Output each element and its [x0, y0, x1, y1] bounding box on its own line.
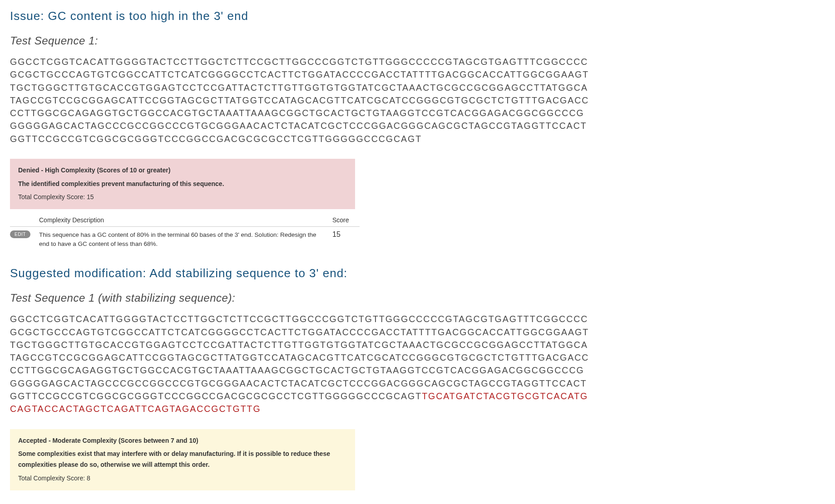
accepted-score-line: Total Complexity Score: 8 — [18, 473, 347, 484]
col-desc-header: Complexity Description — [39, 216, 332, 224]
denied-title: Denied - High Complexity (Scores of 10 o… — [18, 165, 347, 176]
accepted-status-box: Accepted - Moderate Complexity (Scores b… — [10, 429, 355, 490]
sequence-block-1: GGCCTCGGTCACATTGGGGTACTCCTTGGCTCTTCCGCTT… — [10, 55, 591, 145]
complexity-table: Complexity Description Score EDIT This s… — [10, 214, 360, 248]
sequence-label-2: Test Sequence 1 (with stabilizing sequen… — [10, 292, 825, 304]
suggestion-heading: Suggested modification: Add stabilizing … — [10, 266, 825, 280]
accepted-desc: Some complexities exist that may interfe… — [18, 449, 347, 470]
col-score-header: Score — [332, 216, 360, 224]
sequence-base-text: GGCCTCGGTCACATTGGGGTACTCCTTGGCTCTTCCGCTT… — [10, 314, 589, 401]
sequence-label-1: Test Sequence 1: — [10, 34, 825, 47]
denied-score-line: Total Complexity Score: 15 — [18, 192, 347, 203]
issue-heading: Issue: GC content is too high in the 3' … — [10, 9, 825, 23]
col-btn-header — [10, 216, 39, 224]
sequence-block-2: GGCCTCGGTCACATTGGGGTACTCCTTGGCTCTTCCGCTT… — [10, 313, 591, 415]
complexity-data-row: EDIT This sequence has a GC content of 8… — [10, 227, 360, 248]
accepted-title: Accepted - Moderate Complexity (Scores b… — [18, 435, 347, 446]
denied-status-box: Denied - High Complexity (Scores of 10 o… — [10, 159, 355, 209]
complexity-row-desc: This sequence has a GC content of 80% in… — [39, 230, 332, 248]
complexity-row-score: 15 — [332, 230, 360, 239]
edit-button[interactable]: EDIT — [10, 230, 30, 238]
denied-desc: The identified complexities prevent manu… — [18, 179, 347, 190]
complexity-header-row: Complexity Description Score — [10, 214, 360, 227]
